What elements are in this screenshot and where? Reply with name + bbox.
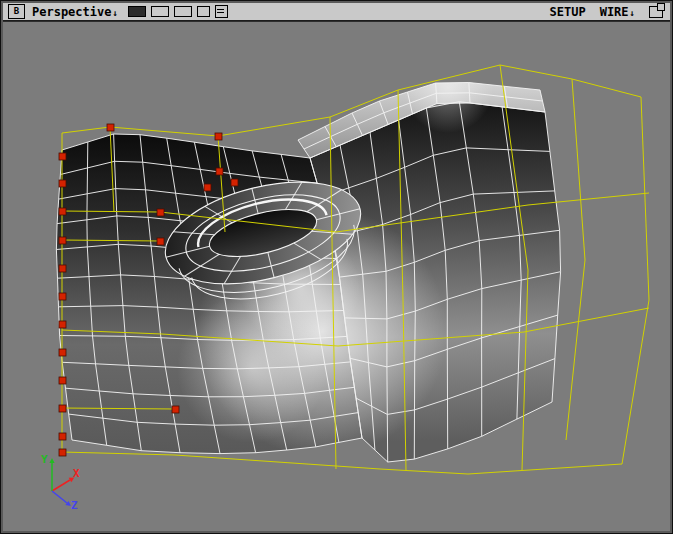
app-window: B Perspective↓ SETUP WIRE↓: [0, 0, 673, 534]
setup-button[interactable]: SETUP: [550, 5, 586, 19]
chevron-down-icon: ↓: [630, 8, 635, 18]
window-icon[interactable]: [649, 6, 663, 18]
chevron-down-icon: ↓: [112, 8, 117, 18]
layout-list-icon[interactable]: [215, 5, 228, 18]
layout-icon-group: [128, 5, 228, 18]
viewport-menu-button[interactable]: B: [8, 4, 25, 19]
layout-icon-filled[interactable]: [128, 6, 146, 17]
wire-menu[interactable]: WIRE↓: [600, 5, 635, 19]
wire-label: WIRE: [600, 5, 629, 19]
view-type-menu[interactable]: Perspective↓: [32, 5, 118, 19]
viewport-titlebar: B Perspective↓ SETUP WIRE↓: [3, 3, 670, 21]
layout-icon-3[interactable]: [174, 6, 192, 17]
viewport-3d[interactable]: [3, 21, 670, 531]
titlebar-right-group: SETUP WIRE↓: [550, 5, 665, 19]
view-type-label: Perspective: [32, 5, 111, 19]
layout-icon-2[interactable]: [151, 6, 169, 17]
layout-icon-4[interactable]: [197, 6, 210, 17]
